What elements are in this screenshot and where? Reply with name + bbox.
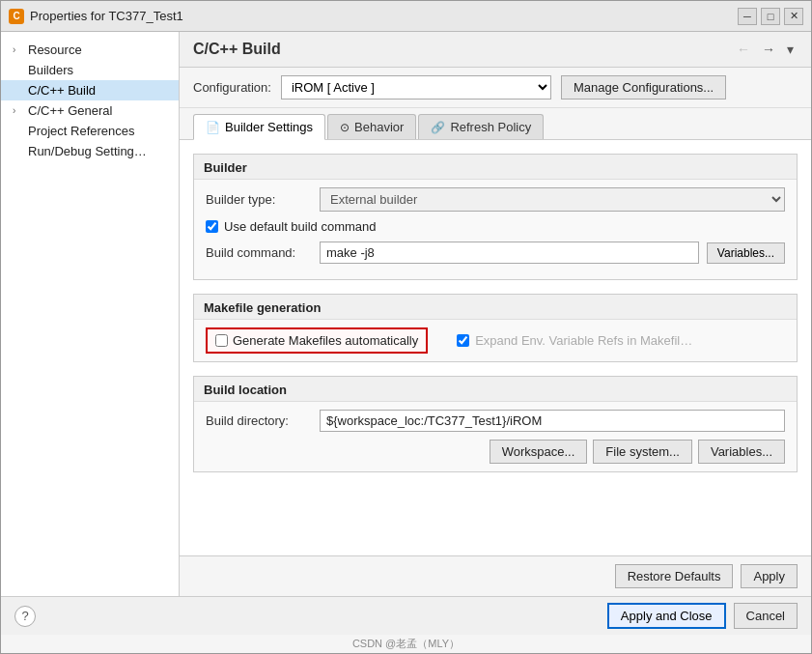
config-select[interactable]: iROM [ Active ] [281, 75, 551, 100]
arrow-icon: › [13, 105, 24, 116]
sidebar-item-cpp-build[interactable]: C/C++ Build [1, 80, 179, 100]
nav-back-button[interactable]: ← [733, 40, 754, 59]
build-location-buttons: Workspace... File system... Variables... [206, 440, 785, 464]
makefile-section-body: Generate Makefiles automatically Expand … [194, 320, 797, 361]
dialog-bottom: Restore Defaults Apply [180, 555, 811, 596]
content-header: C/C++ Build ← → ▾ [180, 32, 811, 68]
builder-section-body: Builder type: External builder Use defau… [194, 180, 797, 279]
apply-button[interactable]: Apply [741, 564, 798, 588]
build-dir-label: Build directory: [206, 413, 312, 428]
sidebar-item-resource[interactable]: › Resource [1, 40, 179, 60]
build-location-title: Build location [194, 377, 797, 402]
cancel-button[interactable]: Cancel [734, 603, 798, 629]
main-content: C/C++ Build ← → ▾ Configuration: iROM [ … [180, 32, 811, 596]
configuration-row: Configuration: iROM [ Active ] Manage Co… [180, 68, 811, 108]
help-button[interactable]: ? [14, 606, 36, 627]
close-button[interactable]: ✕ [784, 8, 803, 25]
file-system-button[interactable]: File system... [593, 440, 692, 464]
sidebar-item-project-references[interactable]: Project References [1, 121, 179, 141]
sidebar-item-builders[interactable]: Builders [1, 60, 179, 80]
builder-section-title: Builder [194, 155, 797, 180]
dialog-body: › Resource Builders C/C++ Build › C/C++ … [1, 32, 811, 596]
tabs-bar: 📄 Builder Settings ⊙ Behavior 🔗 Refresh … [180, 108, 811, 140]
expand-env-label: Expand Env. Variable Refs in Makefil… [475, 333, 692, 348]
build-command-variables-button[interactable]: Variables... [707, 242, 785, 264]
dialog-title: Properties for TC377_Test1 [30, 9, 738, 23]
builder-settings-icon: 📄 [206, 121, 220, 134]
apply-and-close-button[interactable]: Apply and Close [607, 603, 726, 629]
makefile-section-title: Makefile generation [194, 295, 797, 320]
sidebar-item-run-debug[interactable]: Run/Debug Setting… [1, 141, 179, 161]
generate-makefiles-checkbox[interactable] [215, 334, 228, 347]
arrow-icon: › [13, 44, 24, 55]
arrow-icon [13, 126, 24, 136]
arrow-icon [13, 65, 24, 75]
build-command-label: Build command: [206, 245, 312, 260]
minimize-button[interactable]: ─ [738, 8, 757, 25]
builder-type-row: Builder type: External builder [206, 187, 785, 212]
refresh-policy-icon: 🔗 [431, 121, 445, 134]
bottom-actions: Restore Defaults Apply [615, 564, 798, 588]
expand-env-checkbox[interactable] [457, 334, 469, 347]
content-title: C/C++ Build [193, 41, 281, 58]
builder-type-select[interactable]: External builder [320, 187, 785, 212]
makefile-section: Makefile generation Generate Makefiles a… [193, 294, 798, 362]
arrow-icon [13, 146, 24, 156]
watermark: CSDN @老孟（MLY） [1, 635, 811, 653]
manage-configurations-button[interactable]: Manage Configurations... [561, 75, 726, 100]
tab-refresh-policy[interactable]: 🔗 Refresh Policy [418, 114, 544, 139]
use-default-label: Use default build command [224, 219, 377, 234]
build-dir-input[interactable] [320, 410, 785, 432]
nav-forward-button[interactable]: → [758, 40, 779, 59]
use-default-build-row: Use default build command [206, 219, 785, 234]
tab-builder-settings[interactable]: 📄 Builder Settings [193, 114, 325, 140]
app-icon: C [9, 9, 24, 24]
config-label: Configuration: [193, 80, 271, 95]
build-dir-row: Build directory: [206, 410, 785, 432]
behavior-icon: ⊙ [340, 121, 350, 134]
workspace-button[interactable]: Workspace... [490, 440, 588, 464]
builder-section: Builder Builder type: External builder U… [193, 154, 798, 280]
nav-menu-button[interactable]: ▾ [783, 40, 798, 59]
build-command-row: Build command: Variables... [206, 242, 785, 264]
build-location-section: Build location Build directory: Workspac… [193, 376, 798, 472]
builder-type-label: Builder type: [206, 192, 312, 207]
footer-right-buttons: Apply and Close Cancel [607, 603, 798, 629]
generate-makefiles-label: Generate Makefiles automatically [233, 333, 418, 348]
generate-makefiles-container: Generate Makefiles automatically [206, 327, 428, 354]
tab-behavior[interactable]: ⊙ Behavior [327, 114, 416, 139]
expand-env-row: Expand Env. Variable Refs in Makefil… [457, 333, 692, 348]
build-location-variables-button[interactable]: Variables... [698, 440, 785, 464]
restore-defaults-button[interactable]: Restore Defaults [615, 564, 734, 588]
build-command-input[interactable] [320, 242, 699, 264]
sidebar: › Resource Builders C/C++ Build › C/C++ … [1, 32, 180, 596]
nav-arrows: ← → ▾ [733, 40, 798, 59]
use-default-checkbox[interactable] [206, 220, 218, 233]
window-controls: ─ □ ✕ [738, 8, 803, 25]
title-bar: C Properties for TC377_Test1 ─ □ ✕ [1, 1, 811, 32]
panel-content: Builder Builder type: External builder U… [180, 140, 811, 555]
sidebar-item-cpp-general[interactable]: › C/C++ General [1, 100, 179, 121]
build-location-body: Build directory: Workspace... File syste… [194, 402, 797, 471]
main-dialog: C Properties for TC377_Test1 ─ □ ✕ › Res… [0, 0, 812, 654]
footer-bar: ? Apply and Close Cancel [1, 596, 811, 635]
maximize-button[interactable]: □ [761, 8, 780, 25]
arrow-icon [13, 85, 24, 96]
